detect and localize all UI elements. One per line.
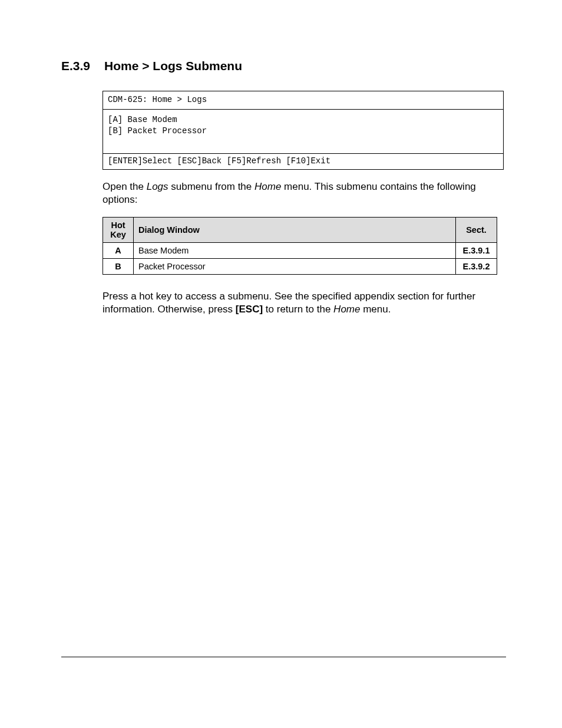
cell-dialog: Base Modem — [134, 242, 456, 258]
terminal-line: [B] Packet Processor — [108, 126, 498, 137]
hotkey-table: Hot Key Dialog Window Sect. A Base Modem… — [103, 217, 497, 275]
intro-paragraph: Open the Logs submenu from the Home menu… — [103, 180, 506, 206]
table-row: B Packet Processor E.3.9.2 — [103, 258, 497, 274]
text-italic: Home — [254, 181, 281, 192]
text: to return to the — [263, 304, 333, 315]
text-bold: [ESC] — [236, 304, 263, 315]
text: submenu from the — [168, 181, 254, 192]
text: Open the — [103, 181, 147, 192]
cell-sect: E.3.9.2 — [456, 258, 497, 274]
th-sect: Sect. — [456, 217, 497, 242]
text-italic: Logs — [147, 181, 168, 192]
terminal-footer: [ENTER]Select [ESC]Back [F5]Refresh [F10… — [103, 153, 503, 169]
th-hot-key: Hot Key — [103, 217, 134, 242]
cell-hot-key: A — [103, 242, 134, 258]
section-number: E.3.9 — [61, 59, 90, 73]
cell-dialog: Packet Processor — [134, 258, 456, 274]
terminal-title: CDM-625: Home > Logs — [103, 91, 503, 110]
table-header-row: Hot Key Dialog Window Sect. — [103, 217, 497, 242]
table-row: A Base Modem E.3.9.1 — [103, 242, 497, 258]
section-heading: E.3.9Home > Logs Submenu — [61, 59, 506, 73]
text: menu. — [360, 304, 391, 315]
cell-hot-key: B — [103, 258, 134, 274]
cell-sect: E.3.9.1 — [456, 242, 497, 258]
terminal-line: [A] Base Modem — [108, 114, 498, 126]
text-italic: Home — [333, 304, 360, 315]
section-title: Home > Logs Submenu — [104, 59, 242, 73]
footer-rule — [61, 657, 506, 657]
terminal-window: CDM-625: Home > Logs [A] Base Modem [B] … — [103, 91, 504, 170]
closing-paragraph: Press a hot key to access a submenu. See… — [103, 290, 506, 316]
terminal-body: [A] Base Modem [B] Packet Processor — [103, 110, 503, 153]
th-dialog: Dialog Window — [134, 217, 456, 242]
